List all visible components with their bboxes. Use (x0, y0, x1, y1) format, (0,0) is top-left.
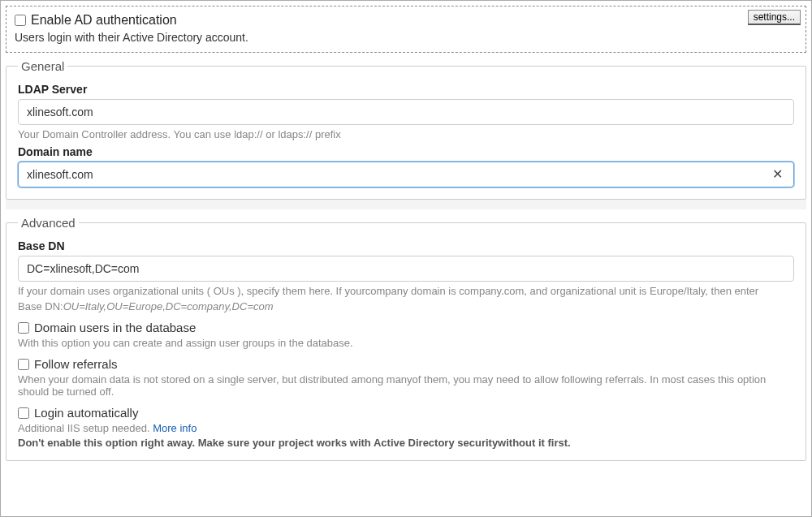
login-auto-checkbox[interactable] (18, 407, 29, 419)
follow-referrals-row[interactable]: Follow referrals (18, 357, 794, 371)
ldap-server-label: LDAP Server (18, 83, 794, 96)
general-legend: General (18, 59, 67, 73)
base-dn-label: Base DN (18, 239, 794, 252)
login-auto-label: Login automatically (34, 406, 138, 420)
login-auto-help-prefix: Additional IIS setup needed. (18, 422, 153, 434)
enable-ad-panel: settings... Enable AD authentication Use… (6, 6, 806, 53)
base-dn-help-line2: Base DN:OU=Italy,OU=Europe,DC=company,DC… (18, 300, 794, 312)
follow-referrals-checkbox[interactable] (18, 359, 29, 370)
enable-ad-label: Enable AD authentication (31, 13, 177, 28)
ldap-server-help: Your Domain Controller address. You can … (18, 128, 794, 140)
base-dn-input-wrap (18, 256, 794, 282)
base-dn-help-prefix: Base DN: (18, 300, 63, 312)
follow-referrals-help: When your domain data is not stored on a… (18, 373, 794, 398)
domain-users-row[interactable]: Domain users in the database (18, 321, 794, 334)
domain-users-option: Domain users in the database With this o… (18, 321, 794, 349)
follow-referrals-label: Follow referrals (34, 357, 118, 371)
group-gap (6, 200, 806, 209)
base-dn-help-line1: If your domain uses organizational units… (18, 285, 794, 297)
login-auto-help: Additional IIS setup needed. More info (18, 422, 794, 434)
login-auto-option: Login automatically Additional IIS setup… (18, 406, 794, 449)
follow-referrals-option: Follow referrals When your domain data i… (18, 357, 794, 398)
login-auto-warning: Don't enable this option right away. Mak… (18, 437, 794, 449)
base-dn-input[interactable] (18, 256, 794, 282)
advanced-legend: Advanced (18, 216, 79, 230)
login-auto-row[interactable]: Login automatically (18, 406, 794, 420)
advanced-group: Advanced Base DN If your domain uses org… (6, 216, 806, 461)
domain-name-input-wrap: ✕ (18, 162, 794, 187)
base-dn-help-example: OU=Italy,OU=Europe,DC=company,DC=com (63, 300, 274, 312)
domain-users-help: With this option you can create and assi… (18, 337, 794, 349)
clear-input-icon[interactable]: ✕ (769, 166, 786, 183)
enable-ad-description: Users login with their Active Directory … (15, 31, 797, 44)
domain-name-input[interactable] (18, 162, 794, 187)
more-info-link[interactable]: More info (153, 422, 197, 434)
general-group: General LDAP Server Your Domain Controll… (6, 59, 806, 200)
settings-button[interactable]: settings... (748, 10, 801, 25)
enable-ad-checkbox[interactable] (15, 15, 26, 26)
ldap-server-input[interactable] (18, 99, 794, 125)
domain-users-label: Domain users in the database (34, 321, 196, 334)
enable-ad-row[interactable]: Enable AD authentication (15, 13, 797, 28)
ldap-server-input-wrap (18, 99, 794, 125)
domain-name-label: Domain name (18, 145, 794, 158)
domain-users-checkbox[interactable] (18, 322, 29, 334)
